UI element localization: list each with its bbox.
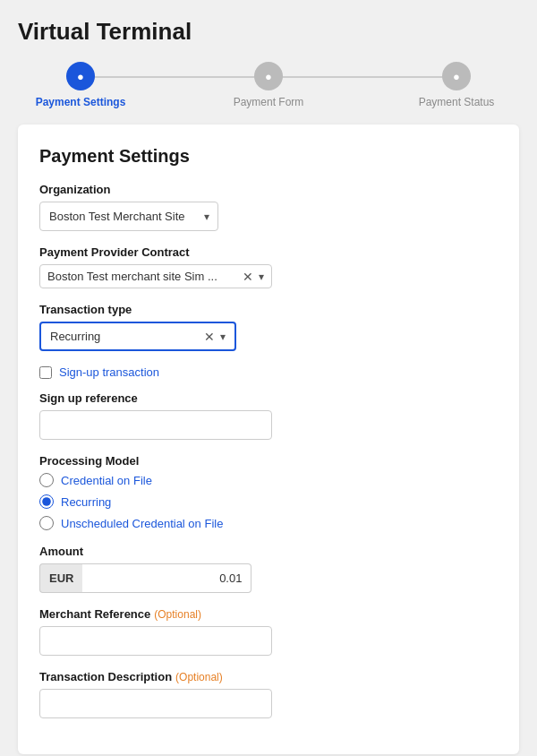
signup-reference-field-group: Sign up reference bbox=[39, 391, 498, 440]
radio-row-credential-on-file: Credential on File bbox=[39, 473, 498, 487]
processing-model-label: Processing Model bbox=[39, 454, 498, 468]
step-circle-2: ● bbox=[254, 62, 283, 90]
currency-label: EUR bbox=[39, 563, 82, 593]
step-payment-status[interactable]: ● Payment Status bbox=[403, 62, 510, 108]
signup-reference-label: Sign up reference bbox=[39, 391, 498, 405]
organization-label: Organization bbox=[39, 183, 498, 196]
step-payment-form[interactable]: ● Payment Form bbox=[215, 62, 322, 108]
amount-field-group: Amount EUR bbox=[39, 545, 498, 593]
signup-reference-input[interactable] bbox=[39, 410, 272, 440]
amount-input[interactable] bbox=[82, 563, 251, 593]
transaction-description-field-group: Transaction Description(Optional) bbox=[39, 670, 498, 718]
transaction-type-field-group: Transaction type Recurring ✕ ▾ bbox=[39, 303, 498, 351]
processing-model-radio-group: Credential on File Recurring Unscheduled… bbox=[39, 473, 498, 530]
organization-select-wrapper[interactable]: Boston Test Merchant Site ▾ bbox=[39, 202, 218, 231]
step-label-1: Payment Settings bbox=[36, 96, 126, 108]
processing-model-field-group: Processing Model Credential on File Recu… bbox=[39, 454, 498, 530]
payment-provider-select[interactable]: Boston Test merchant site Sim ... ✕ ▾ bbox=[39, 264, 272, 288]
signup-transaction-label[interactable]: Sign-up transaction bbox=[59, 365, 159, 379]
step-label-3: Payment Status bbox=[419, 96, 495, 108]
merchant-reference-input[interactable] bbox=[39, 626, 272, 656]
amount-row: EUR bbox=[39, 563, 236, 593]
radio-label-credential-on-file[interactable]: Credential on File bbox=[61, 474, 152, 487]
organization-field-group: Organization Boston Test Merchant Site ▾ bbox=[39, 183, 498, 231]
merchant-reference-label: Merchant Reference(Optional) bbox=[39, 607, 498, 621]
step-circle-1: ● bbox=[66, 62, 95, 90]
transaction-type-chevron-icon[interactable]: ▾ bbox=[220, 331, 226, 343]
card-title: Payment Settings bbox=[39, 146, 498, 167]
step-circle-3: ● bbox=[442, 62, 471, 90]
step-label-2: Payment Form bbox=[234, 96, 304, 108]
radio-label-recurring[interactable]: Recurring bbox=[61, 495, 111, 509]
payment-provider-value: Boston Test merchant site Sim ... bbox=[47, 270, 237, 283]
payment-provider-label: Payment Provider Contract bbox=[39, 245, 498, 259]
transaction-description-label: Transaction Description(Optional) bbox=[39, 670, 498, 683]
radio-credential-on-file[interactable] bbox=[39, 473, 54, 487]
transaction-type-clear-icon[interactable]: ✕ bbox=[204, 331, 215, 343]
payment-settings-card: Payment Settings Organization Boston Tes… bbox=[18, 125, 519, 754]
radio-recurring[interactable] bbox=[39, 494, 54, 509]
radio-unscheduled[interactable] bbox=[39, 516, 54, 530]
transaction-type-label: Transaction type bbox=[39, 303, 498, 316]
payment-provider-field-group: Payment Provider Contract Boston Test me… bbox=[39, 245, 498, 288]
organization-select[interactable]: Boston Test Merchant Site bbox=[39, 202, 218, 231]
payment-provider-clear-icon[interactable]: ✕ bbox=[243, 271, 253, 283]
merchant-reference-field-group: Merchant Reference(Optional) bbox=[39, 607, 498, 656]
radio-row-recurring: Recurring bbox=[39, 494, 498, 509]
signup-transaction-row: Sign-up transaction bbox=[39, 365, 498, 379]
transaction-type-select[interactable]: Recurring ✕ ▾ bbox=[39, 322, 236, 351]
radio-row-unscheduled: Unscheduled Credential on File bbox=[39, 516, 498, 530]
page-title: Virtual Terminal bbox=[18, 18, 519, 46]
payment-provider-chevron-icon[interactable]: ▾ bbox=[259, 271, 264, 283]
transaction-description-input[interactable] bbox=[39, 689, 272, 718]
step-payment-settings[interactable]: ● Payment Settings bbox=[27, 62, 134, 108]
amount-label: Amount bbox=[39, 545, 498, 558]
transaction-type-value: Recurring bbox=[50, 330, 199, 343]
stepper: ● Payment Settings ● Payment Form ● Paym… bbox=[18, 62, 519, 108]
radio-label-unscheduled[interactable]: Unscheduled Credential on File bbox=[61, 517, 223, 530]
signup-transaction-checkbox[interactable] bbox=[39, 366, 52, 379]
